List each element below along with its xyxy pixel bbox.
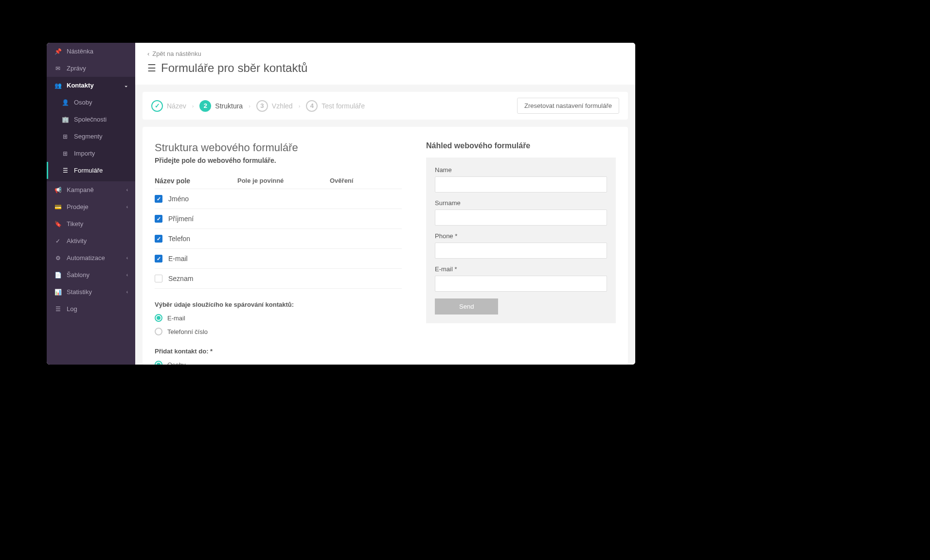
step-check-icon: ✓ bbox=[151, 100, 163, 112]
step-struktura[interactable]: 2 Struktura bbox=[199, 100, 243, 112]
sidebar-item-importy[interactable]: ⊞ Importy bbox=[47, 145, 135, 162]
chevron-left-icon: ‹ bbox=[126, 255, 128, 261]
sidebar-label: Statistiky bbox=[67, 288, 92, 296]
step-test[interactable]: 4 Test formuláře bbox=[306, 100, 365, 112]
field-checkbox[interactable] bbox=[155, 215, 162, 223]
form-preview: Náhled webového formuláře Name Surname P… bbox=[414, 127, 628, 365]
sidebar-item-kampane[interactable]: 📢 Kampaně ‹ bbox=[47, 181, 135, 198]
title-text: Formuláře pro sběr kontaktů bbox=[161, 61, 307, 75]
sidebar-item-automatizace[interactable]: ⚙ Automatizace ‹ bbox=[47, 249, 135, 266]
sidebar-label: Nástěnka bbox=[67, 48, 93, 55]
preview-label: Surname bbox=[435, 199, 607, 207]
sidebar-label: Automatizace bbox=[67, 254, 105, 262]
steps-bar: ✓ Název › 2 Struktura › 3 Vzhled › 4 Tes… bbox=[143, 92, 628, 120]
sidebar-group-kontakty: 👥 Kontakty ⌄ 👤 Osoby 🏢 Společnosti ⊞ Seg… bbox=[47, 77, 135, 181]
step-number: 3 bbox=[256, 100, 268, 112]
preview-input-surname[interactable] bbox=[435, 210, 607, 226]
sidebar-item-formulare[interactable]: ☰ Formuláře bbox=[47, 162, 135, 179]
sidebar-label: Prodeje bbox=[67, 203, 89, 210]
sidebar-item-segmenty[interactable]: ⊞ Segmenty bbox=[47, 128, 135, 145]
form-icon: ☰ bbox=[147, 62, 156, 74]
sidebar-label: Segmenty bbox=[74, 133, 103, 140]
sidebar-item-nastenka[interactable]: 📌 Nástěnka bbox=[47, 43, 135, 60]
field-checkbox[interactable] bbox=[155, 195, 162, 203]
field-row-seznam: Seznam bbox=[155, 269, 402, 289]
file-icon: 📄 bbox=[54, 272, 62, 279]
envelope-icon: ✉ bbox=[54, 65, 62, 72]
chevron-right-icon: › bbox=[249, 103, 250, 109]
radio-email[interactable]: E-mail bbox=[155, 314, 402, 322]
field-label: E-mail bbox=[168, 255, 188, 262]
chevron-left-icon: ‹ bbox=[126, 272, 128, 278]
sidebar-label: Šablony bbox=[67, 271, 89, 279]
check-icon: ✓ bbox=[54, 238, 62, 245]
sidebar-item-zpravy[interactable]: ✉ Zprávy bbox=[47, 60, 135, 77]
preview-title: Náhled webového formuláře bbox=[426, 141, 616, 150]
field-label: Seznam bbox=[168, 275, 193, 282]
step-vzhled[interactable]: 3 Vzhled bbox=[256, 100, 293, 112]
pairing-label: Výběr údaje sloužícího ke spárování kont… bbox=[155, 301, 402, 308]
radio-label: Telefonní číslo bbox=[167, 328, 208, 335]
sidebar: 📌 Nástěnka ✉ Zprávy 👥 Kontakty ⌄ 👤 Osoby… bbox=[47, 43, 135, 365]
sidebar-label: Společnosti bbox=[74, 116, 107, 123]
back-label: Zpět na nástěnku bbox=[152, 50, 201, 57]
content-panel: Struktura webového formuláře Přidejte po… bbox=[143, 127, 628, 365]
radio-input[interactable] bbox=[155, 361, 162, 365]
radio-label: E-mail bbox=[167, 315, 185, 322]
field-label: Příjmení bbox=[168, 215, 194, 223]
grid-icon: ⊞ bbox=[61, 133, 69, 140]
preview-field-phone: Phone * bbox=[435, 232, 607, 259]
sidebar-label: Log bbox=[67, 305, 77, 313]
radio-input[interactable] bbox=[155, 314, 162, 322]
sidebar-item-sablony[interactable]: 📄 Šablony ‹ bbox=[47, 266, 135, 283]
field-checkbox[interactable] bbox=[155, 275, 162, 282]
radio-telefon[interactable]: Telefonní číslo bbox=[155, 328, 402, 335]
chevron-down-icon: ⌄ bbox=[124, 83, 128, 88]
preview-field-name: Name bbox=[435, 166, 607, 192]
radio-input[interactable] bbox=[155, 328, 162, 335]
chevron-left-icon: ‹ bbox=[126, 204, 128, 210]
preview-input-name[interactable] bbox=[435, 176, 607, 192]
back-link[interactable]: ‹ Zpět na nástěnku bbox=[147, 50, 623, 57]
field-row-prijmeni: Příjmení bbox=[155, 209, 402, 229]
sidebar-label: Kampaně bbox=[67, 186, 94, 193]
field-checkbox[interactable] bbox=[155, 235, 162, 243]
sidebar-label: Tikety bbox=[67, 220, 83, 228]
add-to-section: Přidat kontakt do: * Osoby Společnosti bbox=[155, 348, 402, 365]
preview-input-phone[interactable] bbox=[435, 243, 607, 259]
main-content: ‹ Zpět na nástěnku ☰ Formuláře pro sběr … bbox=[135, 43, 635, 365]
preview-field-surname: Surname bbox=[435, 199, 607, 226]
megaphone-icon: 📢 bbox=[54, 187, 62, 193]
sidebar-label: Aktivity bbox=[67, 237, 87, 245]
sidebar-label: Zprávy bbox=[67, 65, 86, 72]
card-icon: 💳 bbox=[54, 204, 62, 210]
section-title: Struktura webového formuláře bbox=[155, 141, 402, 154]
reset-button[interactable]: Zresetovat nastavení formuláře bbox=[517, 98, 619, 114]
sidebar-item-log[interactable]: ☰ Log bbox=[47, 300, 135, 317]
sidebar-item-aktivity[interactable]: ✓ Aktivity bbox=[47, 232, 135, 249]
list-icon: ☰ bbox=[61, 167, 69, 174]
field-row-email: E-mail bbox=[155, 249, 402, 269]
step-label: Test formuláře bbox=[322, 102, 365, 110]
preview-submit-button[interactable]: Send bbox=[435, 298, 498, 315]
sidebar-item-statistiky[interactable]: 📊 Statistiky ‹ bbox=[47, 283, 135, 300]
step-label: Název bbox=[167, 102, 186, 110]
sidebar-item-tikety[interactable]: 🔖 Tikety bbox=[47, 215, 135, 232]
sidebar-item-spolecnosti[interactable]: 🏢 Společnosti bbox=[47, 111, 135, 128]
bookmark-icon: 🔖 bbox=[54, 221, 62, 228]
step-nazev[interactable]: ✓ Název bbox=[151, 100, 186, 112]
sidebar-item-kontakty[interactable]: 👥 Kontakty ⌄ bbox=[47, 77, 135, 94]
sidebar-label: Osoby bbox=[74, 99, 92, 106]
sidebar-item-osoby[interactable]: 👤 Osoby bbox=[47, 94, 135, 111]
preview-label: E-mail * bbox=[435, 265, 607, 273]
preview-input-email[interactable] bbox=[435, 276, 607, 292]
step-number: 4 bbox=[306, 100, 318, 112]
field-checkbox[interactable] bbox=[155, 255, 162, 262]
radio-osoby[interactable]: Osoby bbox=[155, 361, 402, 365]
sidebar-item-prodeje[interactable]: 💳 Prodeje ‹ bbox=[47, 198, 135, 215]
col-ver-header: Ověření bbox=[330, 177, 402, 185]
step-label: Struktura bbox=[215, 102, 243, 110]
table-icon: ⊞ bbox=[61, 150, 69, 157]
sidebar-label: Formuláře bbox=[74, 167, 103, 174]
field-label: Telefon bbox=[168, 235, 190, 243]
